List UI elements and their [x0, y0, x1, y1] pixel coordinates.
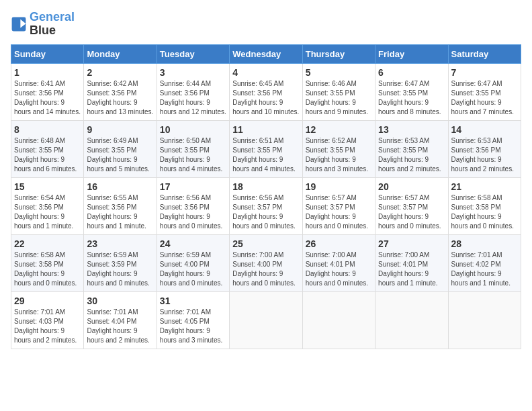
day-info: Sunrise: 6:58 AMSunset: 3:58 PMDaylight …	[14, 250, 81, 288]
calendar-cell: 10 Sunrise: 6:50 AMSunset: 3:55 PMDaylig…	[157, 120, 229, 177]
calendar-cell: 24 Sunrise: 6:59 AMSunset: 4:00 PMDaylig…	[157, 234, 229, 291]
day-number: 13	[378, 124, 445, 135]
calendar-cell: 23 Sunrise: 6:59 AMSunset: 3:59 PMDaylig…	[84, 234, 157, 291]
day-number: 17	[160, 181, 226, 192]
day-info: Sunrise: 6:56 AMSunset: 3:56 PMDaylight …	[160, 193, 226, 231]
calendar-cell	[375, 291, 448, 349]
day-number: 30	[87, 295, 153, 306]
day-number: 11	[232, 124, 299, 135]
day-number: 8	[14, 124, 81, 135]
calendar-cell: 5 Sunrise: 6:46 AMSunset: 3:55 PMDayligh…	[302, 63, 375, 120]
day-info: Sunrise: 6:59 AMSunset: 3:59 PMDaylight …	[87, 250, 153, 288]
header-row: SundayMondayTuesdayWednesdayThursdayFrid…	[11, 44, 521, 63]
calendar-week-1: 1 Sunrise: 6:41 AMSunset: 3:56 PMDayligh…	[11, 63, 521, 120]
calendar-cell: 30 Sunrise: 7:01 AMSunset: 4:04 PMDaylig…	[84, 291, 157, 349]
day-number: 24	[160, 238, 226, 249]
day-info: Sunrise: 6:47 AMSunset: 3:55 PMDaylight …	[451, 79, 518, 117]
day-info: Sunrise: 6:52 AMSunset: 3:55 PMDaylight …	[306, 136, 372, 174]
day-number: 21	[451, 181, 518, 192]
day-number: 12	[306, 124, 372, 135]
day-number: 29	[14, 295, 81, 306]
day-info: Sunrise: 6:53 AMSunset: 3:56 PMDaylight …	[451, 136, 518, 174]
calendar-week-4: 22 Sunrise: 6:58 AMSunset: 3:58 PMDaylig…	[11, 234, 521, 291]
calendar-cell: 31 Sunrise: 7:01 AMSunset: 4:05 PMDaylig…	[157, 291, 229, 349]
day-number: 25	[232, 238, 299, 249]
day-info: Sunrise: 7:01 AMSunset: 4:05 PMDaylight …	[160, 308, 226, 345]
day-number: 31	[160, 295, 226, 306]
day-number: 5	[306, 67, 372, 78]
day-info: Sunrise: 7:00 AMSunset: 4:01 PMDaylight …	[378, 250, 445, 288]
day-number: 4	[232, 67, 299, 78]
day-number: 15	[14, 181, 81, 192]
calendar-cell: 2 Sunrise: 6:42 AMSunset: 3:56 PMDayligh…	[84, 63, 157, 120]
day-info: Sunrise: 6:59 AMSunset: 4:00 PMDaylight …	[160, 250, 226, 288]
day-info: Sunrise: 6:56 AMSunset: 3:57 PMDaylight …	[232, 193, 299, 231]
calendar-cell: 4 Sunrise: 6:45 AMSunset: 3:56 PMDayligh…	[230, 63, 302, 120]
day-number: 27	[378, 238, 445, 249]
day-info: Sunrise: 6:54 AMSunset: 3:56 PMDaylight …	[14, 193, 81, 231]
calendar-week-3: 15 Sunrise: 6:54 AMSunset: 3:56 PMDaylig…	[11, 177, 521, 234]
day-number: 22	[14, 238, 81, 249]
calendar-cell: 8 Sunrise: 6:48 AMSunset: 3:55 PMDayligh…	[11, 120, 84, 177]
day-info: Sunrise: 6:41 AMSunset: 3:56 PMDaylight …	[14, 79, 81, 117]
calendar-cell: 21 Sunrise: 6:58 AMSunset: 3:58 PMDaylig…	[448, 177, 521, 234]
day-info: Sunrise: 7:00 AMSunset: 4:00 PMDaylight …	[232, 250, 299, 288]
day-info: Sunrise: 6:57 AMSunset: 3:57 PMDaylight …	[378, 193, 445, 231]
day-info: Sunrise: 6:45 AMSunset: 3:56 PMDaylight …	[232, 79, 299, 117]
day-info: Sunrise: 6:42 AMSunset: 3:56 PMDaylight …	[87, 79, 153, 117]
calendar-cell: 3 Sunrise: 6:44 AMSunset: 3:56 PMDayligh…	[157, 63, 229, 120]
day-number: 1	[14, 67, 81, 78]
header-cell-sunday: Sunday	[11, 44, 84, 63]
day-number: 6	[378, 67, 445, 78]
day-number: 18	[232, 181, 299, 192]
day-info: Sunrise: 6:51 AMSunset: 3:55 PMDaylight …	[232, 136, 299, 174]
day-info: Sunrise: 6:55 AMSunset: 3:56 PMDaylight …	[87, 193, 153, 231]
calendar-week-2: 8 Sunrise: 6:48 AMSunset: 3:55 PMDayligh…	[11, 120, 521, 177]
calendar-cell: 22 Sunrise: 6:58 AMSunset: 3:58 PMDaylig…	[11, 234, 84, 291]
day-number: 23	[87, 238, 153, 249]
calendar-cell: 25 Sunrise: 7:00 AMSunset: 4:00 PMDaylig…	[230, 234, 302, 291]
calendar-cell: 18 Sunrise: 6:56 AMSunset: 3:57 PMDaylig…	[230, 177, 302, 234]
header-cell-wednesday: Wednesday	[230, 44, 302, 63]
day-info: Sunrise: 6:57 AMSunset: 3:57 PMDaylight …	[306, 193, 372, 231]
calendar-cell: 14 Sunrise: 6:53 AMSunset: 3:56 PMDaylig…	[448, 120, 521, 177]
day-info: Sunrise: 6:48 AMSunset: 3:55 PMDaylight …	[14, 136, 81, 174]
calendar-cell: 27 Sunrise: 7:00 AMSunset: 4:01 PMDaylig…	[375, 234, 448, 291]
day-info: Sunrise: 6:50 AMSunset: 3:55 PMDaylight …	[160, 136, 226, 174]
calendar-cell	[448, 291, 521, 349]
day-info: Sunrise: 6:44 AMSunset: 3:56 PMDaylight …	[160, 79, 226, 117]
header-cell-tuesday: Tuesday	[157, 44, 229, 63]
logo-icon	[11, 16, 27, 32]
day-info: Sunrise: 7:01 AMSunset: 4:04 PMDaylight …	[87, 308, 153, 345]
day-info: Sunrise: 6:47 AMSunset: 3:55 PMDaylight …	[378, 79, 445, 117]
day-number: 2	[87, 67, 153, 78]
day-number: 10	[160, 124, 226, 135]
day-info: Sunrise: 7:00 AMSunset: 4:01 PMDaylight …	[306, 250, 372, 288]
calendar-cell: 15 Sunrise: 6:54 AMSunset: 3:56 PMDaylig…	[11, 177, 84, 234]
page-header: General Blue	[11, 11, 521, 38]
calendar-table: SundayMondayTuesdayWednesdayThursdayFrid…	[11, 44, 521, 349]
calendar-cell: 13 Sunrise: 6:53 AMSunset: 3:55 PMDaylig…	[375, 120, 448, 177]
calendar-cell: 28 Sunrise: 7:01 AMSunset: 4:02 PMDaylig…	[448, 234, 521, 291]
logo-text: General Blue	[30, 11, 75, 38]
calendar-cell: 12 Sunrise: 6:52 AMSunset: 3:55 PMDaylig…	[302, 120, 375, 177]
day-number: 19	[306, 181, 372, 192]
day-number: 3	[160, 67, 226, 78]
day-number: 16	[87, 181, 153, 192]
header-cell-thursday: Thursday	[302, 44, 375, 63]
calendar-cell: 1 Sunrise: 6:41 AMSunset: 3:56 PMDayligh…	[11, 63, 84, 120]
calendar-cell: 9 Sunrise: 6:49 AMSunset: 3:55 PMDayligh…	[84, 120, 157, 177]
calendar-cell: 11 Sunrise: 6:51 AMSunset: 3:55 PMDaylig…	[230, 120, 302, 177]
header-cell-friday: Friday	[375, 44, 448, 63]
calendar-cell	[302, 291, 375, 349]
calendar-cell: 16 Sunrise: 6:55 AMSunset: 3:56 PMDaylig…	[84, 177, 157, 234]
calendar-week-5: 29 Sunrise: 7:01 AMSunset: 4:03 PMDaylig…	[11, 291, 521, 349]
calendar-cell	[230, 291, 302, 349]
header-cell-monday: Monday	[84, 44, 157, 63]
day-info: Sunrise: 6:49 AMSunset: 3:55 PMDaylight …	[87, 136, 153, 174]
day-info: Sunrise: 7:01 AMSunset: 4:03 PMDaylight …	[14, 308, 81, 345]
day-number: 26	[306, 238, 372, 249]
day-number: 9	[87, 124, 153, 135]
day-info: Sunrise: 6:58 AMSunset: 3:58 PMDaylight …	[451, 193, 518, 231]
calendar-cell: 6 Sunrise: 6:47 AMSunset: 3:55 PMDayligh…	[375, 63, 448, 120]
